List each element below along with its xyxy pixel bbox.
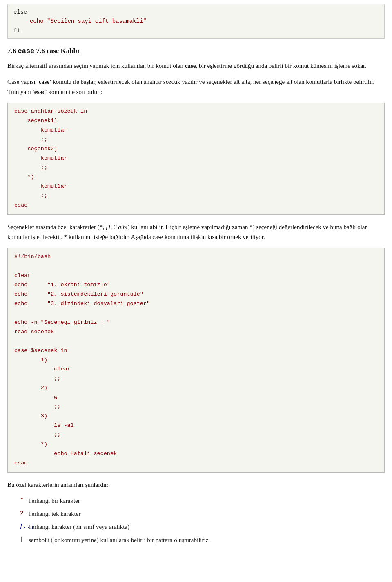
paragraph-2: Case yapısı 'case' komutu ile başlar, eş… (7, 77, 385, 97)
code-echo-else: echo "Secilen sayi cift basamakli" (30, 18, 147, 25)
bullet-sym-bracket: [..] (20, 522, 34, 532)
bullet-text-pipe: sembolü ( or komutu yerine) kullanılarak… (29, 537, 210, 543)
example-line-shebang: #!/bin/bash (14, 254, 51, 260)
esac-bold: 'esac' (33, 89, 47, 95)
bullet-text-question: herhangi tek karakter (29, 511, 80, 517)
bullet-question: ? herhangi tek karakter (20, 509, 385, 519)
bullet-text-star: herhangi bir karakter (29, 497, 80, 504)
bullet-sym-star: * (20, 496, 23, 506)
case-keyword-heading: case (18, 47, 35, 55)
bullet-bracket: [..] herhangi karakter (bir sınıf veya a… (20, 522, 385, 532)
bullet-sym-question: ? (20, 509, 23, 519)
bullet-pipe: | sembolü ( or komutu yerine) kullanılar… (20, 535, 385, 545)
code-else: else (13, 9, 27, 16)
bullet-list: * herhangi bir karakter ? herhangi tek k… (20, 496, 385, 545)
paragraph-3: Seçenekler arasında özel karakterler (*,… (7, 222, 385, 243)
page-content: else echo "Secilen sayi cift basamakli" … (0, 0, 392, 560)
code-fi: fi (13, 27, 20, 34)
example-code-block: #!/bin/bash clear echo "1. ekrani temizl… (7, 248, 385, 473)
special-chars: *, [], ? gibi (100, 224, 128, 230)
bullet-star: * herhangi bir karakter (20, 496, 385, 506)
case-syntax-line-1: case anahtar-sözcük in seçenek1) komutla… (14, 108, 87, 208)
example-line-case: case $secenek in 1) clear ;; 2) w ;; 3) … (14, 348, 117, 466)
bullet-text-bracket: herhangi karakter (bir sınıf veya aralık… (29, 524, 129, 530)
example-line-echo3: echo "3. dizindeki dosyalari goster" (14, 301, 150, 307)
section-heading: 7.6 case 7.6 case Kalıbı (7, 47, 385, 55)
heading-text: 7.6 case Kalıbı (36, 47, 79, 55)
example-line-echo2: echo "2. sistemdekileri goruntule" (14, 291, 143, 297)
case-bold-2: 'case' (37, 78, 51, 85)
example-line-echo-n: echo -n "Secenegi giriniz : " read secen… (14, 319, 110, 335)
paragraph-1: Birkaç alternatif arasından seçim yapmak… (7, 61, 385, 71)
paragraph-4: Bu özel karakterlerin anlamları şunlardı… (7, 480, 385, 490)
example-line-clear: clear (14, 272, 31, 279)
bullet-sym-pipe: | (20, 535, 23, 545)
top-code-block: else echo "Secilen sayi cift basamakli" … (7, 4, 385, 39)
example-line-echo1: echo "1. ekrani temizle" (14, 282, 110, 288)
case-syntax-block: case anahtar-sözcük in seçenek1) komutla… (7, 103, 385, 214)
case-bold-1: case (185, 62, 196, 69)
